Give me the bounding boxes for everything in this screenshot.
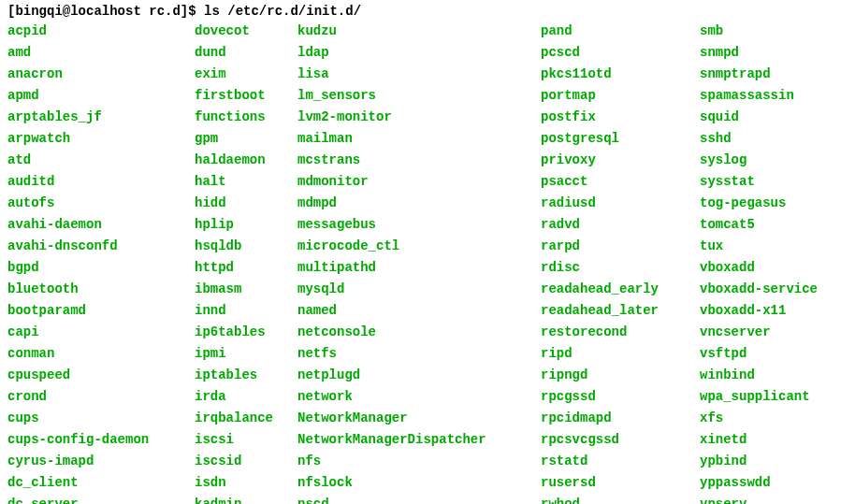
file-entry: anacron [7, 64, 195, 85]
file-entry: isdn [195, 472, 297, 494]
file-entry: messagebus [297, 214, 541, 236]
file-entry: atd [7, 150, 195, 171]
file-entry: arpwatch [7, 128, 195, 150]
file-entry: tomcat5 [700, 214, 818, 236]
file-entry: vncserver [700, 322, 818, 343]
file-entry: pand [541, 21, 700, 42]
file-entry: capi [7, 322, 195, 343]
file-entry: wpa_supplicant [700, 386, 818, 408]
file-entry: hsqldb [195, 236, 297, 257]
file-entry: conman [7, 343, 195, 365]
file-entry: dund [195, 42, 297, 64]
file-entry: mysqld [297, 279, 541, 300]
file-entry: irda [195, 386, 297, 408]
file-entry: vboxadd [700, 257, 818, 279]
file-entry: bluetooth [7, 279, 195, 300]
file-entry: nfs [297, 451, 541, 472]
file-entry: crond [7, 386, 195, 408]
file-entry: hidd [195, 193, 297, 214]
file-entry: cpuspeed [7, 365, 195, 386]
file-entry: smb [700, 21, 818, 42]
file-entry: radiusd [541, 193, 700, 214]
file-entry: snmptrapd [700, 64, 818, 85]
file-entry: portmap [541, 85, 700, 107]
file-entry: rpcsvcgssd [541, 429, 700, 451]
file-entry: NetworkManagerDispatcher [297, 429, 541, 451]
file-entry: syslog [700, 150, 818, 171]
file-entry: bootparamd [7, 300, 195, 322]
file-entry: postfix [541, 107, 700, 128]
file-entry: ypserv [700, 494, 818, 504]
file-entry: tog-pegasus [700, 193, 818, 214]
file-entry: halt [195, 171, 297, 193]
file-entry: readahead_early [541, 279, 700, 300]
file-entry: haldaemon [195, 150, 297, 171]
file-entry: yppasswdd [700, 472, 818, 494]
listing-column-3: kudzuldaplisalm_sensorslvm2-monitormailm… [297, 21, 541, 504]
file-entry: rpcidmapd [541, 408, 700, 429]
file-entry: dc_client [7, 472, 195, 494]
file-entry: postgresql [541, 128, 700, 150]
file-entry: microcode_ctl [297, 236, 541, 257]
file-entry: rusersd [541, 472, 700, 494]
file-entry: readahead_later [541, 300, 700, 322]
file-entry: xfs [700, 408, 818, 429]
file-entry: mailman [297, 128, 541, 150]
file-entry: httpd [195, 257, 297, 279]
file-entry: rdisc [541, 257, 700, 279]
file-entry: xinetd [700, 429, 818, 451]
file-entry: pkcs11otd [541, 64, 700, 85]
file-entry: mcstrans [297, 150, 541, 171]
file-entry: rpcgssd [541, 386, 700, 408]
file-entry: arptables_jf [7, 107, 195, 128]
file-entry: netfs [297, 343, 541, 365]
file-entry: spamassassin [700, 85, 818, 107]
listing-column-2: dovecotdundeximfirstbootfunctionsgpmhald… [195, 21, 297, 504]
listing-column-1: acpidamdanacronapmdarptables_jfarpwatcha… [7, 21, 195, 504]
file-entry: ibmasm [195, 279, 297, 300]
file-entry: mdmonitor [297, 171, 541, 193]
file-entry: cups [7, 408, 195, 429]
file-entry: rstatd [541, 451, 700, 472]
file-entry: privoxy [541, 150, 700, 171]
file-entry: tux [700, 236, 818, 257]
file-entry: kadmin [195, 494, 297, 504]
file-entry: avahi-dnsconfd [7, 236, 195, 257]
file-entry: firstboot [195, 85, 297, 107]
file-entry: ip6tables [195, 322, 297, 343]
file-entry: NetworkManager [297, 408, 541, 429]
file-entry: winbind [700, 365, 818, 386]
file-entry: ldap [297, 42, 541, 64]
file-entry: vboxadd-service [700, 279, 818, 300]
file-entry: pcscd [541, 42, 700, 64]
file-entry: lisa [297, 64, 541, 85]
file-entry: iscsi [195, 429, 297, 451]
file-entry: bgpd [7, 257, 195, 279]
file-entry: radvd [541, 214, 700, 236]
file-entry: gpm [195, 128, 297, 150]
file-entry: innd [195, 300, 297, 322]
file-entry: squid [700, 107, 818, 128]
file-entry: netconsole [297, 322, 541, 343]
file-entry: vboxadd-x11 [700, 300, 818, 322]
file-entry: cups-config-daemon [7, 429, 195, 451]
file-entry: network [297, 386, 541, 408]
file-entry: lm_sensors [297, 85, 541, 107]
file-entry: dovecot [195, 21, 297, 42]
file-entry: ypbind [700, 451, 818, 472]
file-entry: named [297, 300, 541, 322]
file-entry: ipmi [195, 343, 297, 365]
file-entry: autofs [7, 193, 195, 214]
shell-prompt: [bingqi@localhost rc.d]$ ls /etc/rc.d/in… [7, 4, 848, 19]
file-entry: nscd [297, 494, 541, 504]
file-entry: apmd [7, 85, 195, 107]
file-entry: mdmpd [297, 193, 541, 214]
file-entry: rwhod [541, 494, 700, 504]
file-entry: snmpd [700, 42, 818, 64]
file-entry: iptables [195, 365, 297, 386]
file-entry: auditd [7, 171, 195, 193]
file-entry: ripngd [541, 365, 700, 386]
file-entry: sysstat [700, 171, 818, 193]
file-entry: dc_server [7, 494, 195, 504]
file-entry: kudzu [297, 21, 541, 42]
